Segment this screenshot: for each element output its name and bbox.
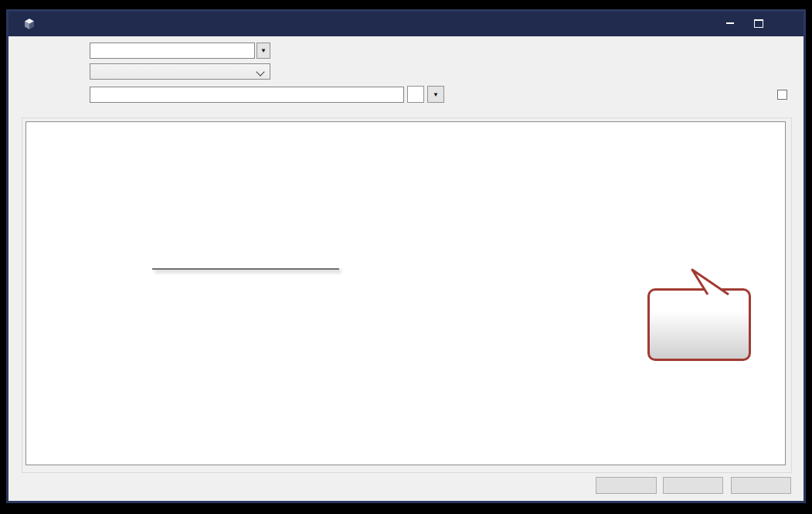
bank-account-input[interactable] xyxy=(90,43,255,59)
file-format-select[interactable] xyxy=(90,63,270,80)
exit-button[interactable] xyxy=(731,477,791,494)
menu-button[interactable] xyxy=(596,477,657,494)
banking-file-input[interactable] xyxy=(90,87,404,103)
minimize-icon[interactable] xyxy=(721,15,739,32)
close-icon[interactable] xyxy=(778,15,797,32)
callout-tail xyxy=(673,267,735,295)
run-button[interactable] xyxy=(663,477,723,494)
clear-file-button[interactable] xyxy=(407,86,424,103)
chevron-down-icon xyxy=(256,67,264,76)
import-transactions-window: ▼ ▼ xyxy=(6,9,806,503)
browse-file-dropdown-icon[interactable]: ▼ xyxy=(427,86,444,103)
context-menu xyxy=(152,268,339,270)
callout-bubble xyxy=(647,288,751,361)
pay-advanced-rent-checkbox[interactable] xyxy=(777,90,787,100)
title-bar xyxy=(8,12,804,36)
app-logo-icon xyxy=(22,17,36,31)
bank-account-dropdown-icon[interactable]: ▼ xyxy=(257,43,270,59)
maximize-icon[interactable] xyxy=(749,15,768,32)
